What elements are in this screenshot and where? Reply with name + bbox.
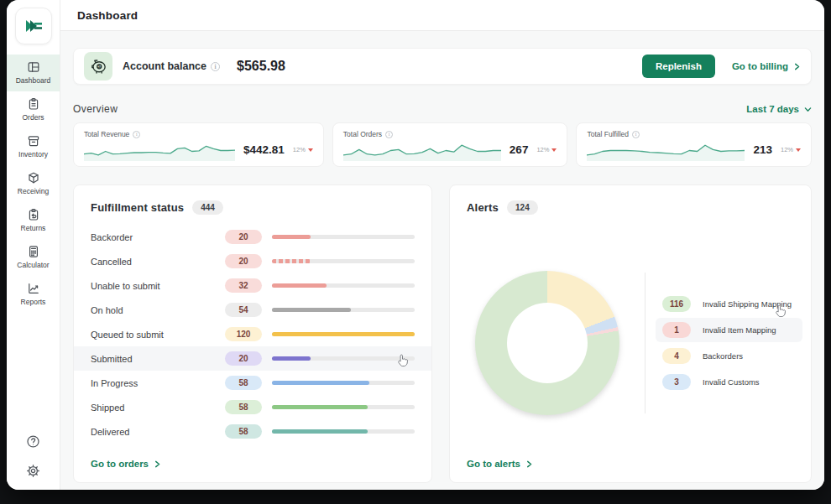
trend-down-icon xyxy=(796,148,801,152)
alert-count-badge: 1 xyxy=(662,322,691,338)
chevron-right-icon xyxy=(154,460,161,468)
alerts-donut-chart xyxy=(475,271,619,415)
sidebar-item-receiving[interactable]: Receiving xyxy=(7,165,60,202)
settings-icon[interactable] xyxy=(26,464,40,478)
status-progress-bar xyxy=(272,283,415,288)
status-count-badge: 58 xyxy=(225,424,262,439)
alert-label: Invalid Item Mapping xyxy=(703,325,776,335)
fulfillment-total-badge: 444 xyxy=(192,200,223,215)
sparkline-chart xyxy=(587,139,745,161)
alert-label: Invalid Shipping Mapping xyxy=(703,299,792,309)
chevron-right-icon xyxy=(793,63,801,70)
status-count-badge: 20 xyxy=(225,351,262,366)
period-label: Last 7 days xyxy=(746,104,799,114)
alert-item-invalid-item-mapping[interactable]: 1 Invalid Item Mapping xyxy=(656,318,802,342)
svg-text:$: $ xyxy=(97,64,100,69)
status-progress-bar xyxy=(272,259,415,263)
fulfillment-row-unable-to-submit[interactable]: Unable to submit 32 xyxy=(74,273,431,298)
go-to-orders-link[interactable]: Go to orders xyxy=(91,459,415,469)
status-count-badge: 20 xyxy=(225,254,262,268)
app-window: Dashboard Orders Inventory Receiving Ret… xyxy=(7,0,824,490)
replenish-button[interactable]: Replenish xyxy=(642,55,715,78)
stat-change[interactable]: 12% xyxy=(781,146,801,153)
alert-item-invalid-customs[interactable]: 3 Invalid Customs xyxy=(656,370,802,394)
sidebar-item-inventory[interactable]: Inventory xyxy=(7,128,60,165)
logo-icon xyxy=(23,15,44,37)
stat-card-total-revenue: Total Revenuei $442.81 12% xyxy=(73,122,324,167)
status-progress-bar xyxy=(272,381,415,385)
sidebar-item-calculator[interactable]: Calculator xyxy=(7,239,60,276)
calculator-icon xyxy=(27,245,40,258)
fulfillment-row-submitted[interactable]: Submitted 20 xyxy=(74,346,431,371)
period-selector[interactable]: Last 7 days xyxy=(746,104,812,114)
stat-title: Total Fulfilledi xyxy=(587,130,801,138)
trend-down-icon xyxy=(551,148,557,152)
stat-card-total-fulfilled: Total Fulfilledi 213 12% xyxy=(576,122,812,167)
stat-title: Total Ordersi xyxy=(343,130,557,138)
status-progress-bar xyxy=(272,235,415,239)
sidebar-item-label: Calculator xyxy=(17,261,49,269)
stat-change[interactable]: 12% xyxy=(293,146,313,153)
status-count-badge: 32 xyxy=(225,278,262,293)
go-to-orders-label: Go to orders xyxy=(91,459,149,469)
status-label: Shipped xyxy=(91,403,215,413)
alert-item-backorders[interactable]: 4 Backorders xyxy=(656,344,802,368)
status-progress-bar xyxy=(272,429,415,434)
app-logo xyxy=(15,8,52,44)
account-balance-label: Account balancei xyxy=(123,60,220,72)
fulfillment-status-card: Fulfillment status 444 Backorder 20 Canc… xyxy=(73,184,432,483)
status-progress-bar xyxy=(272,308,415,312)
overview-title: Overview xyxy=(73,103,118,115)
alerts-donut-wrap xyxy=(450,271,645,415)
alerts-legend: 116 Invalid Shipping Mapping1 Invalid It… xyxy=(645,292,811,394)
status-label: Submitted xyxy=(91,354,215,364)
status-count-badge: 20 xyxy=(225,230,262,244)
fulfillment-row-backorder[interactable]: Backorder 20 xyxy=(74,225,431,249)
balance-info-icon[interactable]: i xyxy=(211,62,220,71)
stat-change[interactable]: 12% xyxy=(536,146,557,153)
alert-item-invalid-shipping-mapping[interactable]: 116 Invalid Shipping Mapping xyxy=(656,292,802,316)
fulfillment-row-queued-to-submit[interactable]: Queued to submit 120 xyxy=(74,322,431,346)
go-to-alerts-label: Go to alerts xyxy=(467,459,520,469)
info-icon[interactable]: i xyxy=(632,131,640,138)
account-balance-value: $565.98 xyxy=(237,59,285,74)
stat-card-total-orders: Total Ordersi 267 12% xyxy=(332,122,568,167)
dashboard-icon xyxy=(27,60,40,74)
info-icon[interactable]: i xyxy=(133,131,140,138)
alerts-total-badge: 124 xyxy=(507,200,538,215)
alert-count-badge: 3 xyxy=(662,374,691,390)
info-icon[interactable]: i xyxy=(385,131,393,138)
fulfillment-row-cancelled[interactable]: Cancelled 20 xyxy=(74,249,431,273)
status-count-badge: 54 xyxy=(225,303,262,317)
sidebar-item-returns[interactable]: Returns xyxy=(7,202,60,239)
fulfillment-row-on-hold[interactable]: On hold 54 xyxy=(74,298,431,322)
fulfillment-row-in-progress[interactable]: In Progress 58 xyxy=(74,371,431,395)
stat-value: $442.81 xyxy=(243,143,285,156)
page-title: Dashboard xyxy=(77,9,138,22)
returns-icon xyxy=(27,208,40,221)
sidebar-item-label: Returns xyxy=(21,224,46,232)
stat-change-label: 12% xyxy=(781,146,793,153)
alerts-card: Alerts 124 116 Invalid Shipping Mapping1… xyxy=(449,184,812,483)
alert-label: Backorders xyxy=(703,351,743,361)
sidebar: Dashboard Orders Inventory Receiving Ret… xyxy=(7,0,60,490)
alerts-title: Alerts xyxy=(467,201,499,214)
topbar: Dashboard xyxy=(60,0,824,31)
chevron-right-icon xyxy=(525,460,533,468)
sidebar-item-dashboard[interactable]: Dashboard xyxy=(7,55,60,91)
receiving-icon xyxy=(27,171,40,184)
fulfillment-row-delivered[interactable]: Delivered 58 xyxy=(74,419,431,444)
status-label: On hold xyxy=(91,305,215,315)
go-to-alerts-link[interactable]: Go to alerts xyxy=(467,459,794,469)
fulfillment-row-shipped[interactable]: Shipped 58 xyxy=(74,395,431,419)
sidebar-item-orders[interactable]: Orders xyxy=(7,91,60,128)
go-to-billing-link[interactable]: Go to billing xyxy=(732,61,801,71)
stat-value: 213 xyxy=(753,143,772,156)
alert-count-badge: 116 xyxy=(662,296,691,312)
sidebar-item-reports[interactable]: Reports xyxy=(7,276,60,313)
status-label: Queued to submit xyxy=(91,330,215,340)
main-area: Dashboard $ Account balancei xyxy=(60,0,824,490)
status-label: In Progress xyxy=(91,378,215,388)
sidebar-item-label: Inventory xyxy=(18,150,48,158)
help-icon[interactable] xyxy=(26,434,40,449)
